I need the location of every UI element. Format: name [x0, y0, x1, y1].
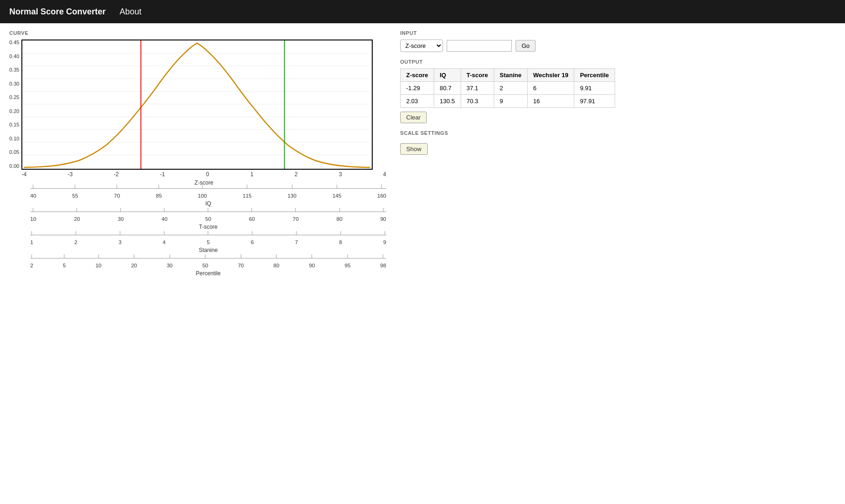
iq-tick-85: 85	[156, 193, 162, 199]
bell-curve-svg[interactable]	[21, 40, 373, 170]
col-wechsler: Wechsler 19	[527, 69, 574, 82]
input-section-label: INPUT	[400, 30, 656, 36]
curve-section-label: CURVE	[9, 30, 386, 36]
row2-tscore: 70.3	[461, 95, 494, 108]
row1-wechsler: 6	[527, 82, 574, 95]
tscore-tick-70: 70	[293, 216, 299, 222]
iq-tick-160: 160	[377, 193, 386, 199]
row1-stanine: 2	[494, 82, 527, 95]
y-label-9: 0.00	[9, 163, 19, 169]
y-label-1: 0.40	[9, 53, 19, 59]
iq-tick-40: 40	[30, 193, 36, 199]
col-percentile: Percentile	[574, 69, 615, 82]
stanine-tick-6: 6	[251, 239, 254, 245]
iq-tick-115: 115	[243, 193, 252, 199]
x-tick--3: -3	[68, 171, 73, 178]
x-tick-3: 3	[339, 171, 342, 178]
score-type-select[interactable]: Z-score IQ T-score Stanine Percentile	[400, 40, 443, 52]
app-title: Normal Score Converter	[9, 7, 106, 17]
x-tick--1: -1	[160, 171, 165, 178]
y-label-8: 0.05	[9, 149, 19, 155]
input-section: INPUT Z-score IQ T-score Stanine Percent…	[400, 30, 656, 52]
tscore-tick-50: 50	[205, 216, 211, 222]
y-label-0: 0.45	[9, 40, 19, 45]
iq-tick-70: 70	[114, 193, 120, 199]
y-label-7: 0.10	[9, 136, 19, 141]
score-input[interactable]	[447, 40, 512, 52]
chart-area: -4 -3 -2 -1 0 1 2 3 4 Z-score	[21, 40, 386, 186]
pct-tick-2: 2	[30, 263, 33, 268]
pct-tick-50: 50	[202, 263, 208, 268]
row1-zscore: -1.29	[401, 82, 434, 95]
row1-tscore: 37.1	[461, 82, 494, 95]
stanine-tick-4: 4	[162, 239, 165, 245]
tscore-tick-80: 80	[336, 216, 342, 222]
table-row: 2.03 130.5 70.3 9 16 97.91	[401, 95, 615, 108]
left-panel: CURVE 0.45 0.40 0.35 0.30 0.25 0.20 0.15…	[9, 30, 386, 277]
stanine-axis-container: 1 2 3 4 5 6 7 8 9 Stanine	[30, 235, 386, 253]
iq-axis-row: 40 55 70 85 100 115 130 145 160	[30, 188, 386, 199]
main-content: CURVE 0.45 0.40 0.35 0.30 0.25 0.20 0.15…	[0, 23, 845, 284]
row1-iq: 80.7	[434, 82, 461, 95]
y-label-6: 0.15	[9, 122, 19, 127]
row2-percentile: 97.91	[574, 95, 615, 108]
y-label-3: 0.30	[9, 81, 19, 86]
table-row: -1.29 80.7 37.1 2 6 9.91	[401, 82, 615, 95]
iq-axis-label: IQ	[30, 200, 386, 207]
x-tick-2: 2	[295, 171, 298, 178]
percentile-axis-label: Percentile	[30, 270, 386, 277]
clear-button[interactable]: Clear	[400, 112, 427, 123]
stanine-tick-9: 9	[383, 239, 386, 245]
right-panel: INPUT Z-score IQ T-score Stanine Percent…	[400, 30, 656, 277]
iq-tick-145: 145	[332, 193, 341, 199]
tscore-tick-60: 60	[249, 216, 255, 222]
zscore-axis-label: Z-score	[21, 179, 386, 186]
tscore-tick-40: 40	[161, 216, 168, 222]
show-button[interactable]: Show	[400, 143, 428, 155]
pct-tick-5: 5	[63, 263, 66, 268]
app-header: Normal Score Converter About	[0, 0, 845, 23]
x-tick--2: -2	[114, 171, 119, 178]
percentile-axis-container: 2 5 10 20 30 50 70 80 90 95 98 Percentil…	[30, 258, 386, 277]
stanine-axis-label: Stanine	[30, 247, 386, 253]
iq-axis-container: 40 55 70 85 100 115 130 145 160 IQ	[30, 188, 386, 207]
row2-iq: 130.5	[434, 95, 461, 108]
y-label-2: 0.35	[9, 67, 19, 73]
stanine-tick-8: 8	[339, 239, 342, 245]
row2-wechsler: 16	[527, 95, 574, 108]
pct-tick-20: 20	[131, 263, 137, 268]
tscore-tick-20: 20	[74, 216, 80, 222]
stanine-tick-1: 1	[30, 239, 33, 245]
stanine-tick-5: 5	[207, 239, 209, 245]
tscore-tick-10: 10	[30, 216, 36, 222]
col-tscore: T-score	[461, 69, 494, 82]
stanine-axis-row: 1 2 3 4 5 6 7 8 9	[30, 235, 386, 245]
row1-percentile: 9.91	[574, 82, 615, 95]
x-tick-4: 4	[383, 171, 386, 178]
x-tick-1: 1	[250, 171, 254, 178]
pct-tick-70: 70	[238, 263, 244, 268]
row2-zscore: 2.03	[401, 95, 434, 108]
table-header-row: Z-score IQ T-score Stanine Wechsler 19 P…	[401, 69, 615, 82]
row2-stanine: 9	[494, 95, 527, 108]
go-button[interactable]: Go	[516, 40, 536, 52]
pct-tick-98: 98	[380, 263, 386, 268]
stanine-tick-2: 2	[74, 239, 77, 245]
about-link[interactable]: About	[120, 7, 141, 17]
scale-settings-label: SCALE SETTINGS	[400, 130, 656, 136]
iq-tick-55: 55	[72, 193, 78, 199]
tscore-tick-30: 30	[118, 216, 124, 222]
tscore-axis-row: 10 20 30 40 50 60 70 80 90	[30, 212, 386, 222]
tscore-tick-90: 90	[380, 216, 386, 222]
output-section-label: OUTPUT	[400, 59, 656, 65]
percentile-axis-row: 2 5 10 20 30 50 70 80 90 95 98	[30, 258, 386, 268]
x-axis-zscore: -4 -3 -2 -1 0 1 2 3 4	[21, 170, 386, 178]
pct-tick-30: 30	[167, 263, 173, 268]
pct-tick-95: 95	[345, 263, 351, 268]
output-section: OUTPUT Z-score IQ T-score Stanine Wechsl…	[400, 59, 656, 123]
scale-settings-section: SCALE SETTINGS Show	[400, 130, 656, 155]
iq-tick-130: 130	[288, 193, 296, 199]
stanine-tick-3: 3	[119, 239, 121, 245]
input-row: Z-score IQ T-score Stanine Percentile Go	[400, 40, 656, 52]
pct-tick-80: 80	[274, 263, 280, 268]
